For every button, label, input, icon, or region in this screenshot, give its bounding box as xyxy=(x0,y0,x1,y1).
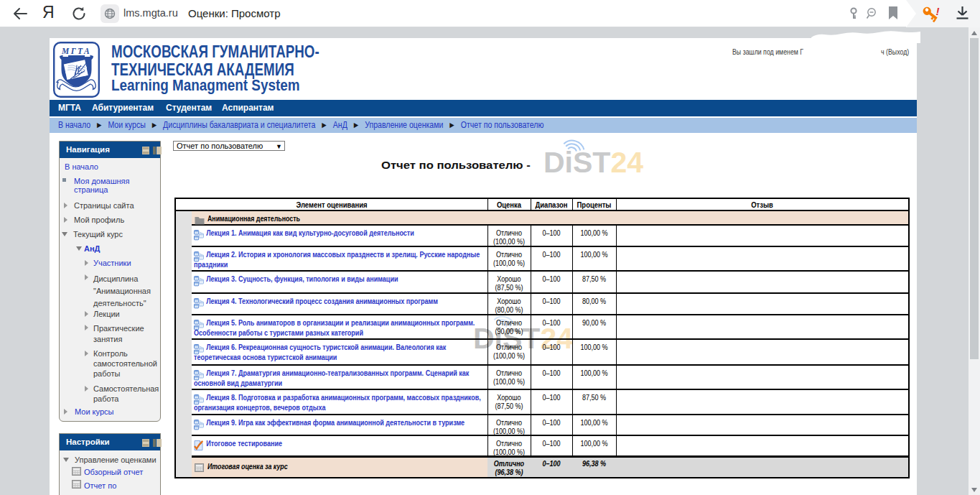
svg-text:!: ! xyxy=(936,6,940,17)
svg-text:МГТА: МГТА xyxy=(61,47,91,55)
